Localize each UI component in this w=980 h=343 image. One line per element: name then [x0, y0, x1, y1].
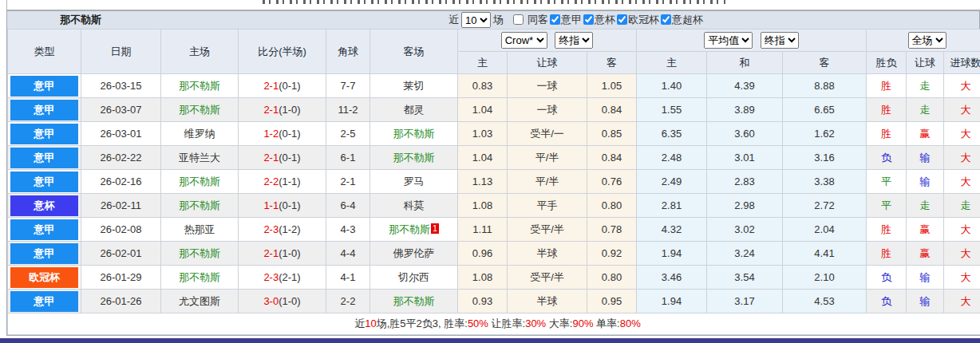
avg-draw-odds-cell: 2.83	[707, 170, 783, 194]
same-away-checkbox[interactable]	[513, 14, 524, 25]
league-cell: 意甲	[8, 74, 81, 98]
crow-home-odds-cell: 0.93	[458, 290, 508, 313]
col-header-home: 主场	[161, 30, 239, 74]
fulltime-score: 2-1	[263, 247, 279, 259]
goals-result-cell: 大	[944, 146, 980, 170]
handicap-result-cell: 输	[907, 146, 944, 170]
handicap-result-cell: 走	[907, 74, 944, 98]
filter-label: 意甲	[561, 13, 582, 27]
fulltime-score: 2-1	[263, 152, 279, 164]
summary-segment: 90%	[572, 317, 593, 329]
avg-home-odds-cell: 6.35	[637, 122, 707, 146]
crow-home-odds-cell: 0.83	[458, 74, 508, 98]
summary-segment: 场,胜5平2负3, 胜率:	[377, 317, 468, 329]
date-cell: 26-03-07	[81, 98, 161, 122]
winloss-result-cell: 胜	[867, 242, 907, 266]
crow-handicap-cell: 一球	[508, 74, 587, 98]
winloss-result-cell: 平	[867, 194, 907, 218]
avg-draw-odds-cell: 3.01	[707, 146, 783, 170]
league-checkbox[interactable]	[617, 14, 627, 25]
bottom-divider-bar	[0, 338, 980, 343]
avg-home-odds-cell: 1.94	[637, 242, 707, 266]
league-filter[interactable]: 意超杯	[661, 13, 703, 27]
match-row: 意甲 26-03-07 那不勒斯 2-1(1-0) 11-2 都灵 1.04 一…	[8, 98, 980, 122]
same-away-filter[interactable]: 同客	[513, 13, 548, 27]
period-select[interactable]: 全场	[908, 32, 946, 49]
crow-handicap-cell: 受半/一	[508, 122, 587, 146]
bookmaker-index-time-select[interactable]: 终指	[555, 32, 593, 49]
col-header-away: 客场	[370, 30, 458, 74]
league-checkbox[interactable]	[661, 14, 671, 25]
filter-label: 意超杯	[672, 13, 703, 27]
away-team-cell: 莱切	[370, 74, 458, 98]
away-team-cell: 那不勒斯	[370, 122, 458, 146]
avg-away-odds-cell: 3.38	[783, 170, 867, 194]
crow-handicap-cell: 受平/半	[508, 266, 587, 290]
summary-segment: 让胜率:	[488, 317, 525, 329]
away-team-cell: 都灵	[370, 98, 458, 122]
filter-label: 欧冠杯	[628, 13, 659, 27]
fulltime-score: 2-3	[263, 223, 279, 235]
score-cell: 2-3(2-1)	[239, 266, 326, 290]
recent-count-select[interactable]: 10	[461, 12, 491, 28]
fulltime-score: 3-0	[263, 295, 279, 307]
summary-segment: 80%	[620, 317, 641, 329]
goals-result-cell: 大	[944, 170, 980, 194]
crow-home-odds-cell: 1.13	[458, 170, 508, 194]
league-cell: 意甲	[8, 218, 81, 242]
col-header-avg-away: 客	[783, 52, 867, 74]
handicap-result-cell: 赢	[907, 242, 944, 266]
away-team-cell: 那不勒斯1	[370, 218, 458, 242]
winloss-result-cell: 胜	[867, 98, 907, 122]
average-index-time-select[interactable]: 终指	[761, 32, 799, 49]
average-select[interactable]: 平均值	[704, 32, 753, 49]
home-team-cell: 那不勒斯	[161, 170, 239, 194]
summary-segment: 10	[365, 317, 376, 329]
date-cell: 26-02-01	[81, 242, 161, 266]
match-row: 意甲 26-02-08 热那亚 2-3(1-2) 4-3 那不勒斯1 1.11 …	[8, 218, 980, 242]
avg-away-odds-cell: 8.88	[783, 74, 867, 98]
date-cell: 26-03-15	[81, 74, 161, 98]
league-checkbox[interactable]	[583, 14, 594, 25]
crow-away-odds-cell: 0.84	[587, 146, 637, 170]
crow-away-odds-cell: 0.78	[587, 218, 637, 242]
match-row: 意甲 26-02-16 那不勒斯 2-2(1-1) 2-1 罗马 1.13 平/…	[8, 170, 980, 194]
corners-cell: 4-4	[326, 242, 370, 266]
crow-away-odds-cell: 0.80	[587, 194, 637, 218]
goals-result-cell: 大	[944, 266, 980, 290]
summary-segment: 大率:	[546, 317, 572, 329]
match-row: 意甲 26-03-15 那不勒斯 2-1(0-1) 7-7 莱切 0.83 一球…	[8, 74, 980, 98]
crow-handicap-cell: 平手	[508, 194, 587, 218]
goals-result-cell: 大	[944, 290, 980, 313]
away-team-cell: 罗马	[370, 170, 458, 194]
corners-cell: 2-5	[326, 122, 370, 146]
corners-cell: 4-1	[326, 266, 370, 290]
crow-away-odds-cell: 0.76	[587, 170, 637, 194]
score-cell: 2-1(1-0)	[239, 242, 326, 266]
filter-label: 意杯	[595, 13, 615, 27]
home-team-cell: 热那亚	[161, 218, 239, 242]
fulltime-score: 2-1	[263, 104, 279, 116]
home-team-cell: 维罗纳	[161, 122, 239, 146]
avg-home-odds-cell: 2.49	[637, 170, 707, 194]
winloss-result-cell: 负	[867, 266, 907, 290]
league-filter[interactable]: 欧冠杯	[617, 13, 659, 27]
corners-cell: 4-3	[326, 218, 370, 242]
date-cell: 26-01-26	[81, 290, 161, 313]
date-cell: 26-03-01	[81, 122, 161, 146]
avg-draw-odds-cell: 3.60	[707, 122, 783, 146]
result-group: 全场	[867, 30, 980, 52]
winloss-result-cell: 胜	[867, 218, 907, 242]
home-team-cell: 那不勒斯	[161, 98, 239, 122]
avg-home-odds-cell: 1.40	[637, 74, 707, 98]
match-history-table: 类型 日期 主场 比分(半场) 角球 客场 Crow* 终指 平均值 终指 全场	[7, 29, 980, 335]
league-filter[interactable]: 意甲	[550, 13, 582, 27]
league-badge: 意甲	[10, 124, 78, 144]
league-filter[interactable]: 意杯	[583, 13, 615, 27]
score-cell: 1-2(0-1)	[239, 122, 326, 146]
col-header-goals-res: 进球数	[944, 52, 980, 74]
league-checkbox[interactable]	[550, 14, 560, 25]
clipped-content-above	[6, 0, 980, 10]
match-row: 意杯 26-02-11 那不勒斯 1-1(0-1) 6-4 科莫 1.08 平手…	[8, 194, 980, 218]
bookmaker-select[interactable]: Crow*	[501, 32, 547, 49]
